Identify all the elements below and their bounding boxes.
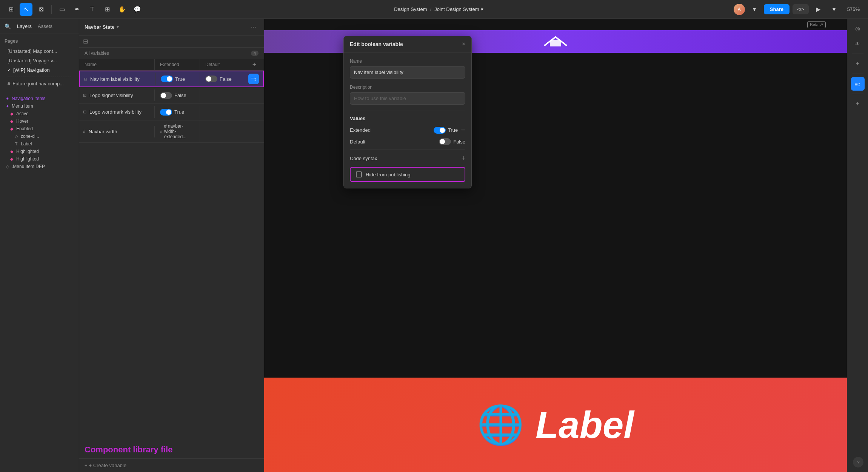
extended-value-label: True (448, 127, 458, 133)
toggle-row2-ext[interactable]: False (160, 92, 186, 99)
var-row-3[interactable]: ⊡ Logo wordmark visibility True (79, 104, 264, 120)
diamond-icon: ◆ (9, 119, 14, 124)
beta-badge[interactable]: Beta ↗ (807, 21, 826, 28)
default-label: Default (350, 139, 365, 145)
page-item-1[interactable]: [Unstarted] Map cont... (5, 47, 74, 56)
diamond-icon: ◆ (9, 111, 14, 116)
all-vars-row: All variables 4 (79, 48, 264, 59)
toggle-track-on (160, 109, 172, 116)
variables-panel: Navbar State ▾ ⋯ ⊟ All variables 4 Name … (79, 19, 264, 472)
visibility-btn[interactable]: 👁 (851, 37, 865, 51)
layer-active[interactable]: ◆ Active (0, 110, 79, 117)
remove-extended-btn[interactable]: − (461, 126, 465, 134)
play-button[interactable]: ▶ (812, 3, 825, 16)
default-toggle[interactable]: False (439, 138, 465, 145)
toggle-track (161, 76, 173, 82)
var-row-2-ext: False (155, 89, 200, 102)
variables-panel-btn[interactable]: ≡↕ (851, 77, 865, 91)
text-tool-btn[interactable]: T (86, 3, 98, 16)
layer-highlighted-1[interactable]: ◆ Highlighted (0, 148, 79, 155)
toggle-track-def (439, 138, 451, 145)
page-item-4[interactable]: # Future joint nav comp... (5, 79, 74, 88)
hide-from-publishing-row[interactable]: Hide from publishing (350, 167, 465, 182)
zoom-level[interactable]: 575% (843, 4, 863, 14)
share-button[interactable]: Share (764, 4, 790, 14)
dialog-divider-1 (350, 111, 465, 111)
var-panel-header: Navbar State ▾ ⋯ (79, 19, 264, 35)
code-syntax-row: Code syntax + (350, 154, 465, 162)
toggle-track-off (205, 76, 217, 82)
comment-tool-btn[interactable]: 💬 (131, 3, 144, 16)
extended-toggle[interactable]: True (434, 127, 458, 134)
var-row-1-ext: True (155, 72, 200, 85)
search-icon[interactable]: 🔍 (5, 23, 11, 29)
pen-tool-btn[interactable]: ✒ (71, 3, 83, 16)
panel-divider3 (852, 94, 863, 94)
add-group-icon[interactable]: + (252, 61, 257, 69)
var-panel-actions: ⋯ (248, 23, 259, 31)
add-plugin-btn[interactable]: + (851, 97, 865, 111)
description-label: Description (350, 85, 465, 90)
add-section-btn[interactable]: + (851, 57, 865, 71)
create-variable-btn[interactable]: + + Create variable (79, 458, 264, 472)
checkmark-icon: ✓ (8, 68, 11, 72)
diamond-outline-icon: ◇ (14, 134, 19, 139)
hide-from-publishing-label: Hide from publishing (366, 172, 411, 177)
var-row-2-def (200, 93, 245, 99)
extended-values-row: Extended True − (350, 126, 465, 134)
layer-enabled[interactable]: ◆ Enabled (0, 125, 79, 133)
help-button[interactable]: ? (853, 457, 863, 467)
scale-tool-btn[interactable]: ⊠ (35, 3, 48, 16)
add-code-syntax-btn[interactable]: + (461, 154, 465, 162)
boolean-var-icon: ⊡ (84, 77, 87, 82)
design-tab-btn[interactable]: ◎ (851, 22, 865, 35)
toggle-row1-ext[interactable]: True (161, 76, 185, 82)
default-value-label: False (453, 139, 465, 145)
var-row-1[interactable]: ⊡ Nav item label visibility True False ≡… (79, 71, 264, 87)
layer-zone-ci[interactable]: ◇ zone-ci... (0, 133, 79, 140)
assets-tab[interactable]: Assets (38, 22, 52, 31)
separator1 (51, 5, 52, 14)
play-chevron-btn[interactable]: ▾ (828, 3, 840, 16)
description-input[interactable] (350, 92, 465, 105)
layer-menu-item[interactable]: ✦ Menu Item (0, 102, 79, 110)
code-button[interactable]: </> (793, 4, 809, 14)
avatar-chevron-btn[interactable]: ▾ (748, 3, 761, 16)
component-btn[interactable]: ⊞ (101, 3, 114, 16)
frame-tool-btn[interactable]: ▭ (55, 3, 68, 16)
layer-menu-item-dep[interactable]: ◇ .Menu Item DEP (0, 163, 79, 170)
select-tool-btn[interactable]: ↖ (20, 3, 32, 16)
layer-label[interactable]: T Label (0, 140, 79, 148)
values-section-title: Values (350, 116, 465, 121)
component-library-label: Component library file (85, 445, 259, 455)
var-row-2[interactable]: ⊡ Logo signet visibility False (79, 87, 264, 104)
toggle-row1-def[interactable]: False (205, 76, 232, 82)
toggle-row3-ext[interactable]: True (160, 109, 184, 116)
var-layout-btn[interactable]: ⊟ (83, 38, 88, 45)
layer-hover[interactable]: ◆ Hover (0, 117, 79, 125)
page-item-3[interactable]: ✓ [WIP] Navigation (5, 66, 74, 74)
col-add-header[interactable]: + (245, 59, 264, 70)
layers-tab[interactable]: Layers (17, 22, 32, 31)
boolean-var-icon: ⊡ (83, 110, 86, 114)
name-label: Name (350, 59, 465, 64)
page-item-2[interactable]: [Unstarted] Voyage v... (5, 56, 74, 65)
canvas-logo (542, 35, 569, 48)
layer-highlighted-2[interactable]: ◆ Highlighted (0, 155, 79, 163)
var-count-badge: 4 (251, 51, 259, 56)
dialog-close-btn[interactable]: × (462, 41, 465, 48)
var-panel-more-btn[interactable]: ⋯ (248, 23, 259, 31)
layer-navigation-items[interactable]: ✦ Navigation Items (0, 95, 79, 102)
edit-var-btn[interactable]: ≡↕ (248, 74, 259, 84)
diamond-icon: ◆ (9, 149, 14, 154)
var-row-4[interactable]: # Navbar width # # navbar-width-extended… (79, 120, 264, 143)
name-input[interactable] (350, 66, 465, 79)
hide-checkbox[interactable] (356, 171, 362, 177)
dialog-header: Edit boolean variable × (344, 36, 471, 52)
panel-divider (852, 54, 863, 54)
main-menu-btn[interactable]: ⊞ (5, 3, 17, 16)
hand-tool-btn[interactable]: ✋ (116, 3, 129, 16)
toolbar-center: Design System / Joint Design System ▾ (146, 6, 731, 12)
extended-label: Extended (350, 127, 371, 133)
page-name[interactable]: Joint Design System ▾ (434, 6, 483, 12)
